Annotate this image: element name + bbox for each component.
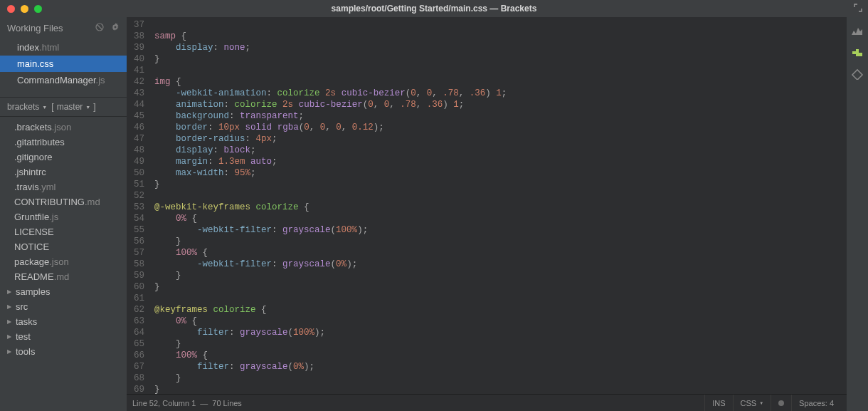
live-preview-icon[interactable] <box>851 26 864 37</box>
chevron-right-icon: ▶ <box>7 333 13 340</box>
tree-folder[interactable]: ▶tools <box>0 344 127 359</box>
tree-file[interactable]: .gitignore <box>0 150 127 165</box>
maximize-icon[interactable] <box>34 5 42 13</box>
branch-close-bracket: ] <box>93 102 95 112</box>
tree-file[interactable]: package.json <box>0 254 127 269</box>
chevron-down-icon: ▼ <box>42 105 47 110</box>
svg-point-1 <box>115 26 117 28</box>
extension-manager-icon[interactable] <box>851 47 864 58</box>
tree-folder[interactable]: ▶samples <box>0 284 127 299</box>
status-dash: — <box>200 399 208 407</box>
sidebar: Working Files index.htmlmain.cssCommandM… <box>0 17 127 411</box>
working-file-item[interactable]: main.css <box>0 56 127 72</box>
tree-file[interactable]: LICENSE <box>0 224 127 239</box>
tree-file[interactable]: CONTRIBUTING.md <box>0 194 127 209</box>
working-files-header: Working Files <box>0 17 127 39</box>
window-title: samples/root/Getting Started/main.css — … <box>332 4 537 14</box>
tree-file[interactable]: .gitattributes <box>0 135 127 150</box>
chevron-down-icon: ▼ <box>85 105 90 110</box>
branch-open-bracket: [ <box>51 102 53 112</box>
chevron-down-icon: ▼ <box>759 401 763 405</box>
working-file-item[interactable]: index.html <box>0 39 127 56</box>
lint-status[interactable] <box>771 395 791 412</box>
tree-file[interactable]: Gruntfile.js <box>0 209 127 224</box>
chevron-right-icon: ▶ <box>7 348 13 355</box>
code-editor[interactable]: 3738394041424344454647484950515253545556… <box>127 17 847 394</box>
project-name: brackets <box>7 102 39 112</box>
fullscreen-icon[interactable] <box>854 4 862 14</box>
chevron-right-icon: ▶ <box>7 318 13 325</box>
tree-folder[interactable]: ▶tasks <box>0 314 127 329</box>
gear-icon[interactable] <box>111 23 120 33</box>
tree-file[interactable]: .jshintrc <box>0 165 127 180</box>
chevron-right-icon: ▶ <box>7 303 13 310</box>
working-files-label: Working Files <box>7 23 63 33</box>
branch-name: master <box>57 102 83 112</box>
cursor-position[interactable]: Line 52, Column 1 <box>132 399 196 407</box>
cancel-icon[interactable] <box>95 23 104 33</box>
tree-file[interactable]: NOTICE <box>0 239 127 254</box>
tree-folder[interactable]: ▶test <box>0 329 127 344</box>
svg-rect-2 <box>852 70 862 80</box>
indent-setting[interactable]: Spaces: 4 <box>791 395 841 412</box>
project-dropdown[interactable]: brackets ▼ [ master ▼ ] <box>0 97 127 117</box>
traffic-lights <box>0 5 42 13</box>
line-count: 70 Lines <box>212 399 242 407</box>
tree-file[interactable]: .brackets.json <box>0 120 127 135</box>
minimize-icon[interactable] <box>21 5 28 13</box>
chevron-right-icon: ▶ <box>7 288 13 295</box>
status-dot-icon <box>778 400 784 406</box>
plugin-icon[interactable] <box>851 68 864 80</box>
working-file-item[interactable]: CommandManager.js <box>0 72 127 88</box>
status-bar: Line 52, Column 1 — 70 Lines INS CSS▼ Sp… <box>127 394 847 411</box>
titlebar[interactable]: samples/root/Getting Started/main.css — … <box>0 0 868 17</box>
right-toolbar <box>847 17 868 411</box>
close-icon[interactable] <box>7 5 15 13</box>
code-content[interactable]: samp { display: none;} img { -webkit-ani… <box>150 17 507 394</box>
language-mode[interactable]: CSS▼ <box>733 395 771 412</box>
insert-mode[interactable]: INS <box>704 395 732 412</box>
working-files-list: index.htmlmain.cssCommandManager.js <box>0 39 127 88</box>
tree-folder[interactable]: ▶src <box>0 299 127 314</box>
file-tree: .brackets.json.gitattributes.gitignore.j… <box>0 117 127 411</box>
tree-file[interactable]: README.md <box>0 269 127 284</box>
tree-file[interactable]: .travis.yml <box>0 180 127 194</box>
line-gutter: 3738394041424344454647484950515253545556… <box>127 17 150 394</box>
